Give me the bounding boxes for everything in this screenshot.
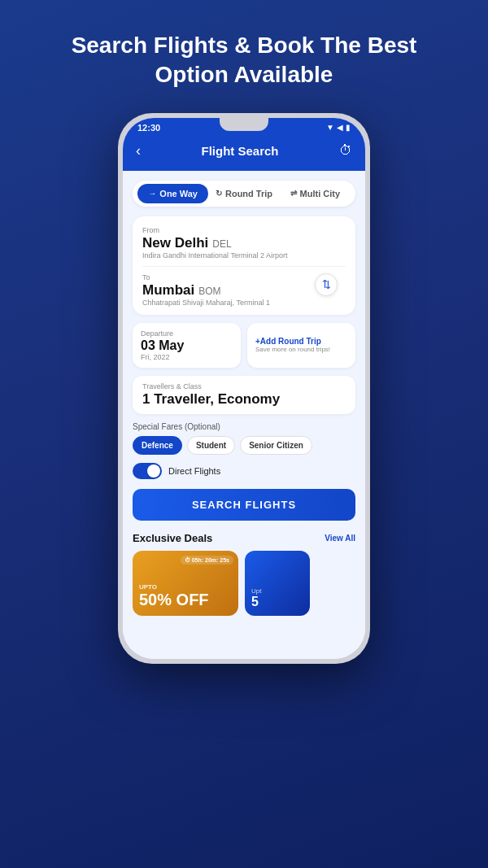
fare-senior-button[interactable]: Senior Citizen xyxy=(240,436,312,455)
tab-multi-city-label: Multi City xyxy=(300,189,341,198)
deal-percent-2: 5 xyxy=(251,595,303,609)
phone-shell: 12:30 ▼ ◀ ▮ ‹ Flight Search ⏱ → One Way xyxy=(118,113,370,664)
from-label: From xyxy=(142,226,346,234)
travellers-label: Travellers & Class xyxy=(142,382,346,390)
departure-day: Fri, 2022 xyxy=(141,353,233,361)
departure-label: Departure xyxy=(141,329,233,338)
tab-round-trip[interactable]: ↻ Round Trip xyxy=(208,184,279,203)
fare-defence-button[interactable]: Defence xyxy=(133,436,182,455)
direct-flights-row: Direct Flights xyxy=(133,463,355,479)
trip-type-tabs: → One Way ↻ Round Trip ⇌ Multi City xyxy=(133,181,355,207)
deal-percent-1: 50% OFF xyxy=(139,591,232,609)
add-round-trip-card[interactable]: +Add Round Trip Save more on round trips… xyxy=(247,323,355,368)
history-icon[interactable]: ⏱ xyxy=(339,143,352,158)
round-trip-icon: ↻ xyxy=(216,189,222,198)
departure-date-row: 03 May xyxy=(141,338,233,353)
deal-card-1-bg: ⏱ 05h: 20m: 25s UPTO 50% OFF xyxy=(133,551,238,616)
tab-one-way-label: One Way xyxy=(159,189,198,198)
route-divider xyxy=(142,266,346,267)
fare-student-button[interactable]: Student xyxy=(187,436,235,455)
fares-buttons: Defence Student Senior Citizen xyxy=(133,436,355,455)
signal-icon: ◀ xyxy=(337,123,343,132)
travellers-value: 1 Traveller, Economy xyxy=(142,391,346,408)
route-card: From New Delhi DEL Indira Gandhi Interna… xyxy=(133,216,355,315)
page-title: Flight Search xyxy=(201,144,278,158)
tab-round-trip-label: Round Trip xyxy=(225,189,272,198)
travellers-count: 1 Traveller, Economy xyxy=(142,391,280,408)
battery-icon: ▮ xyxy=(346,123,351,132)
from-code: DEL xyxy=(212,238,231,250)
to-city: Mumbai xyxy=(142,282,194,299)
tab-multi-city[interactable]: ⇌ Multi City xyxy=(280,184,351,203)
status-time: 12:30 xyxy=(137,123,160,133)
tab-one-way[interactable]: → One Way xyxy=(137,184,208,203)
toggle-thumb xyxy=(147,465,160,478)
search-flights-button[interactable]: SEARCH FLIGHTS xyxy=(133,489,355,521)
swap-button[interactable]: ⇅ xyxy=(315,273,338,296)
back-button[interactable]: ‹ xyxy=(136,142,141,159)
one-way-icon: → xyxy=(148,189,156,198)
status-icons: ▼ ◀ ▮ xyxy=(326,123,351,132)
exclusive-deals-title: Exclusive Deals xyxy=(133,532,212,544)
from-city: New Delhi xyxy=(142,235,208,251)
deal-timer: ⏱ 05h: 20m: 25s xyxy=(181,556,233,565)
deal-upto-1: UPTO xyxy=(139,583,232,591)
from-city-row[interactable]: New Delhi DEL xyxy=(142,235,346,251)
app-header: ‹ Flight Search ⏱ xyxy=(123,136,365,171)
app-content: → One Way ↻ Round Trip ⇌ Multi City From… xyxy=(123,171,365,659)
special-fares-section: Special Fares (Optional) Defence Student… xyxy=(133,422,355,455)
phone-notch xyxy=(220,118,268,131)
fares-title: Special Fares (Optional) xyxy=(133,422,355,431)
hero-title: Search Flights & Book The Best Option Av… xyxy=(33,31,455,90)
to-code: BOM xyxy=(198,286,220,297)
direct-flights-label: Direct Flights xyxy=(168,466,220,476)
deal-card-2[interactable]: Upt 5 xyxy=(245,551,310,616)
hero-section: Search Flights & Book The Best Option Av… xyxy=(0,0,488,113)
deals-row: ⏱ 05h: 20m: 25s UPTO 50% OFF Upt 5 xyxy=(133,551,355,616)
wifi-icon: ▼ xyxy=(326,123,334,132)
multi-city-icon: ⇌ xyxy=(290,189,297,198)
direct-flights-toggle[interactable] xyxy=(133,463,162,479)
phone-screen: 12:30 ▼ ◀ ▮ ‹ Flight Search ⏱ → One Way xyxy=(123,118,365,659)
add-round-trip-sub: Save more on round trips! xyxy=(255,346,347,353)
exclusive-deals-header: Exclusive Deals View All xyxy=(133,532,355,544)
deal-upto-2: Upt xyxy=(251,587,303,595)
departure-card[interactable]: Departure 03 May Fri, 2022 xyxy=(133,323,241,368)
travellers-card[interactable]: Travellers & Class 1 Traveller, Economy xyxy=(133,376,355,414)
date-row: Departure 03 May Fri, 2022 +Add Round Tr… xyxy=(133,323,355,368)
from-airport: Indira Gandhi International Terminal 2 A… xyxy=(142,251,346,260)
deal-card-1[interactable]: ⏱ 05h: 20m: 25s UPTO 50% OFF xyxy=(133,551,238,616)
departure-date: 03 May xyxy=(141,338,184,353)
add-round-trip-link: +Add Round Trip xyxy=(255,337,347,346)
view-all-button[interactable]: View All xyxy=(325,534,355,543)
to-airport: Chhatrapati Shivaji Maharaj, Terminal 1 xyxy=(142,299,346,307)
